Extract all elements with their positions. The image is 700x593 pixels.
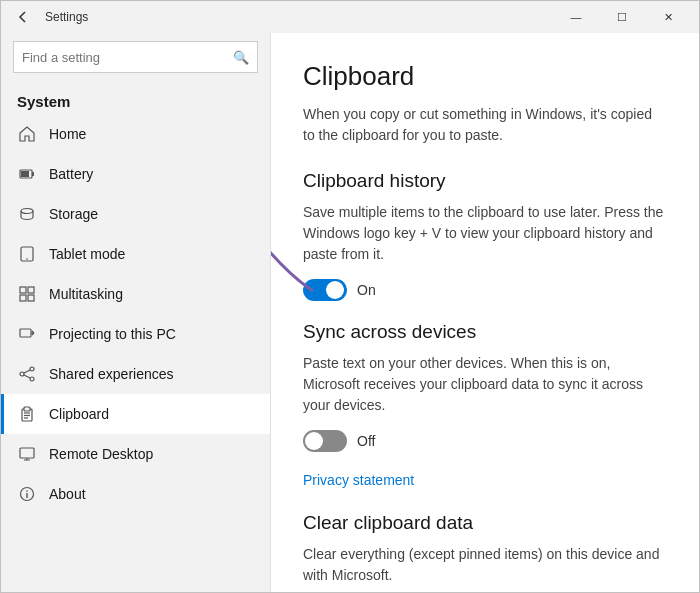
tablet-mode-label: Tablet mode <box>49 246 125 262</box>
sync-devices-desc: Paste text on your other devices. When t… <box>303 353 667 416</box>
clear-desc: Clear everything (except pinned items) o… <box>303 544 667 586</box>
maximize-button[interactable]: ☐ <box>599 1 645 33</box>
main-panel: Clipboard When you copy or cut something… <box>271 33 699 592</box>
sync-devices-toggle-row: Off <box>303 430 667 452</box>
privacy-statement-link[interactable]: Privacy statement <box>303 472 414 488</box>
svg-rect-19 <box>20 448 34 458</box>
window-title: Settings <box>45 10 88 24</box>
svg-rect-9 <box>28 295 34 301</box>
about-icon <box>17 484 37 504</box>
svg-rect-8 <box>20 295 26 301</box>
sidebar-item-projecting[interactable]: Projecting to this PC <box>1 314 270 354</box>
search-input[interactable] <box>22 50 233 65</box>
tablet-mode-icon <box>17 244 37 264</box>
clipboard-history-desc: Save multiple items to the clipboard to … <box>303 202 667 265</box>
svg-rect-1 <box>32 172 34 176</box>
clipboard-history-toggle-row: On <box>303 279 667 301</box>
sidebar-item-home[interactable]: Home <box>1 114 270 154</box>
arrow-svg <box>271 211 343 301</box>
search-icon: 🔍 <box>233 50 249 65</box>
svg-rect-10 <box>20 329 31 337</box>
sidebar-item-remote[interactable]: Remote Desktop <box>1 434 270 474</box>
clipboard-history-title: Clipboard history <box>303 170 667 192</box>
back-button[interactable] <box>9 3 37 31</box>
svg-point-13 <box>30 377 34 381</box>
svg-point-11 <box>30 367 34 371</box>
sync-devices-toggle-label: Off <box>357 433 375 449</box>
storage-icon <box>17 204 37 224</box>
battery-label: Battery <box>49 166 93 182</box>
settings-window: Settings — ☐ ✕ 🔍 System Ho <box>0 0 700 593</box>
sidebar: 🔍 System Home <box>1 33 271 592</box>
window-controls: — ☐ ✕ <box>553 1 691 33</box>
projecting-icon <box>17 324 37 344</box>
sidebar-item-shared[interactable]: Shared experiences <box>1 354 270 394</box>
svg-rect-7 <box>28 287 34 293</box>
shared-icon <box>17 364 37 384</box>
sidebar-item-battery[interactable]: Battery <box>1 154 270 194</box>
remote-label: Remote Desktop <box>49 446 153 462</box>
svg-point-3 <box>21 209 33 214</box>
sidebar-item-tablet-mode[interactable]: Tablet mode <box>1 234 270 274</box>
search-box[interactable]: 🔍 <box>13 41 258 73</box>
minimize-button[interactable]: — <box>553 1 599 33</box>
clear-section-title: Clear clipboard data <box>303 512 667 534</box>
page-description: When you copy or cut something in Window… <box>303 104 667 146</box>
remote-icon <box>17 444 37 464</box>
battery-icon <box>17 164 37 184</box>
projecting-label: Projecting to this PC <box>49 326 176 342</box>
close-button[interactable]: ✕ <box>645 1 691 33</box>
main-content: 🔍 System Home <box>1 33 699 592</box>
sync-devices-title: Sync across devices <box>303 321 667 343</box>
svg-point-22 <box>26 490 28 492</box>
shared-label: Shared experiences <box>49 366 174 382</box>
about-label: About <box>49 486 86 502</box>
multitasking-icon <box>17 284 37 304</box>
multitasking-label: Multitasking <box>49 286 123 302</box>
storage-label: Storage <box>49 206 98 222</box>
sync-devices-toggle[interactable] <box>303 430 347 452</box>
svg-rect-2 <box>21 171 29 177</box>
sync-toggle-thumb <box>305 432 323 450</box>
svg-rect-6 <box>20 287 26 293</box>
home-label: Home <box>49 126 86 142</box>
svg-rect-15 <box>24 407 30 411</box>
clipboard-history-toggle-label: On <box>357 282 376 298</box>
page-title: Clipboard <box>303 61 667 92</box>
system-label: System <box>1 81 270 114</box>
svg-point-12 <box>20 372 24 376</box>
sidebar-item-storage[interactable]: Storage <box>1 194 270 234</box>
home-icon <box>17 124 37 144</box>
sidebar-item-multitasking[interactable]: Multitasking <box>1 274 270 314</box>
sidebar-item-about[interactable]: About <box>1 474 270 514</box>
svg-point-5 <box>26 258 28 260</box>
titlebar: Settings — ☐ ✕ <box>1 1 699 33</box>
clipboard-label: Clipboard <box>49 406 109 422</box>
sidebar-item-clipboard[interactable]: Clipboard <box>1 394 270 434</box>
clipboard-icon <box>17 404 37 424</box>
